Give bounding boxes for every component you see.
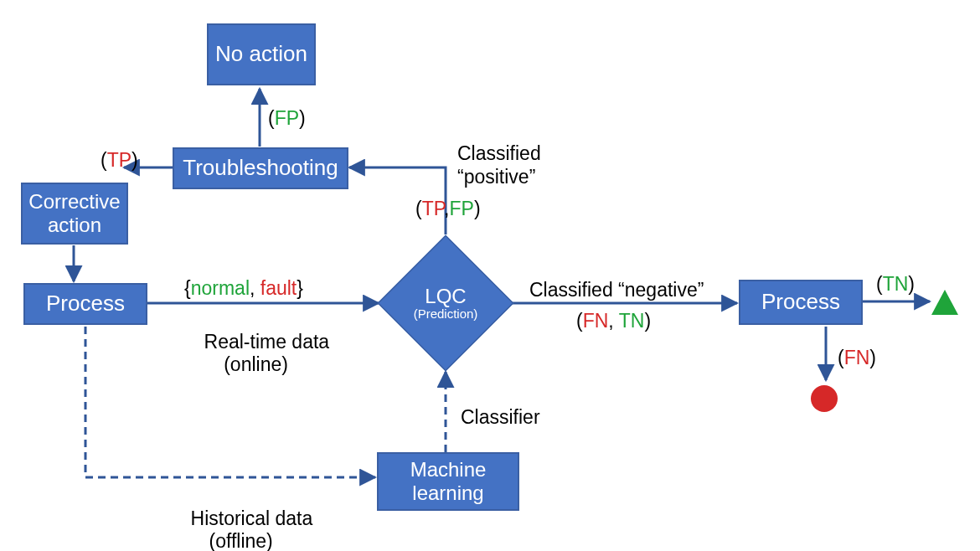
node-corrective-action-label: Corrective action — [28, 190, 120, 236]
node-process-left-label: Process — [46, 291, 125, 317]
diagram-canvas: No action Troubleshooting Corrective act… — [0, 0, 980, 551]
node-process-right: Process — [739, 280, 863, 325]
node-process-right-label: Process — [761, 290, 840, 315]
label-tn: (TN) — [876, 273, 915, 296]
label-normal-fault: {normal, fault} — [184, 277, 303, 301]
label-fntn: (FN, TN) — [576, 310, 651, 333]
label-classified-negative: Classified “negative” — [529, 279, 704, 302]
label-fn: (FN) — [838, 347, 876, 370]
node-process-left: Process — [23, 283, 147, 325]
lqc-subtitle: (Prediction) — [414, 307, 478, 322]
label-realtime: Real-time data (online) — [183, 307, 329, 399]
node-troubleshooting-label: Troubleshooting — [183, 156, 338, 181]
node-corrective-action: Corrective action — [21, 183, 128, 245]
label-classified-positive: Classified “positive” — [457, 142, 541, 188]
node-machine-learning: Machine learning — [377, 452, 519, 511]
label-tpfp: (TP,FP) — [415, 198, 481, 221]
circle-icon — [811, 385, 838, 412]
node-machine-learning-label: Machine learning — [385, 458, 511, 504]
lqc-title: LQC — [414, 286, 478, 307]
label-fp: (FP) — [268, 107, 306, 131]
label-classifier: Classifier — [461, 406, 540, 430]
node-no-action-label: No action — [215, 42, 307, 67]
node-no-action: No action — [207, 23, 316, 85]
label-historical: Historical data (offline) — [169, 484, 312, 551]
node-troubleshooting: Troubleshooting — [173, 147, 348, 189]
node-lqc-decision: LQC (Prediction) — [379, 236, 513, 370]
triangle-icon — [931, 290, 958, 315]
label-tp: (TP) — [101, 149, 138, 173]
